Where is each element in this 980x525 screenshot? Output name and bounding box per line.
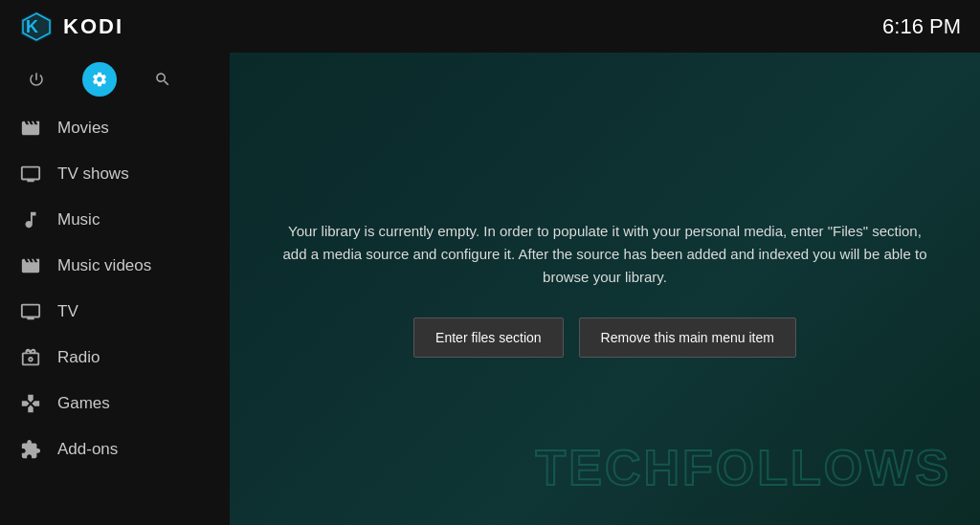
movies-label: Movies bbox=[57, 119, 109, 138]
radio-icon bbox=[19, 346, 42, 369]
sidebar-item-tv[interactable]: TV bbox=[0, 289, 230, 335]
main-layout: Movies TV shows Music Musi bbox=[0, 53, 980, 525]
sidebar-item-radio[interactable]: Radio bbox=[0, 335, 230, 381]
nav-list: Movies TV shows Music Musi bbox=[0, 105, 230, 525]
action-buttons: Enter files section Remove this main men… bbox=[413, 317, 796, 358]
tv-shows-label: TV shows bbox=[57, 164, 129, 184]
sidebar-item-add-ons[interactable]: Add-ons bbox=[0, 427, 230, 472]
movies-icon bbox=[19, 117, 42, 140]
search-button[interactable] bbox=[145, 62, 180, 97]
svg-text:K: K bbox=[26, 17, 38, 36]
sidebar-item-music-videos[interactable]: Music videos bbox=[0, 243, 230, 289]
kodi-logo-icon: K bbox=[19, 10, 54, 44]
tv-icon bbox=[19, 300, 42, 323]
tv-shows-icon bbox=[19, 163, 42, 186]
settings-button[interactable] bbox=[82, 62, 117, 97]
music-label: Music bbox=[57, 210, 100, 230]
clock-display: 6:16 PM bbox=[882, 14, 961, 39]
power-icon bbox=[28, 71, 45, 88]
games-icon bbox=[19, 392, 42, 415]
header: K KODI 6:16 PM bbox=[0, 0, 980, 53]
music-icon bbox=[19, 208, 42, 231]
add-ons-icon bbox=[19, 438, 42, 461]
content-area: Your library is currently empty. In orde… bbox=[230, 53, 980, 525]
sidebar-item-games[interactable]: Games bbox=[0, 381, 230, 427]
music-videos-icon bbox=[19, 254, 42, 277]
watermark-text: TECHFOLLOWS bbox=[535, 439, 951, 496]
power-button[interactable] bbox=[19, 62, 54, 97]
remove-menu-item-button[interactable]: Remove this main menu item bbox=[579, 317, 796, 358]
sidebar-icon-bar bbox=[0, 53, 230, 105]
tv-label: TV bbox=[57, 302, 78, 321]
radio-label: Radio bbox=[57, 348, 100, 367]
header-left: K KODI bbox=[19, 10, 123, 44]
sidebar-item-tv-shows[interactable]: TV shows bbox=[0, 151, 230, 197]
sidebar-item-music[interactable]: Music bbox=[0, 197, 230, 243]
sidebar: Movies TV shows Music Musi bbox=[0, 53, 230, 525]
music-videos-label: Music videos bbox=[57, 256, 151, 275]
add-ons-label: Add-ons bbox=[57, 440, 118, 459]
enter-files-button[interactable]: Enter files section bbox=[413, 317, 564, 358]
search-icon bbox=[154, 71, 171, 88]
app-title: KODI bbox=[63, 14, 123, 39]
gear-icon bbox=[91, 71, 108, 88]
sidebar-item-movies[interactable]: Movies bbox=[0, 105, 230, 151]
library-empty-message: Your library is currently empty. In orde… bbox=[279, 220, 930, 289]
games-label: Games bbox=[57, 394, 110, 413]
